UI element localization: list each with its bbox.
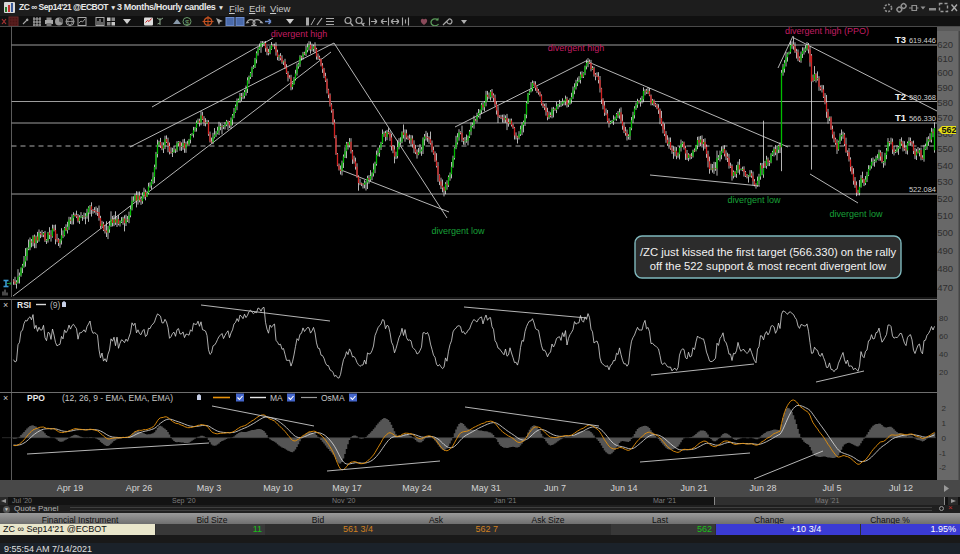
svg-text:off the 522 support & most rec: off the 522 support & most recent diverg… [650, 260, 887, 272]
svg-text:×: × [3, 300, 8, 310]
svg-text:Apr 19: Apr 19 [57, 483, 84, 493]
svg-text:OsMA: OsMA [321, 393, 345, 403]
svg-text:MA: MA [270, 393, 283, 403]
svg-text:522.084: 522.084 [909, 185, 936, 194]
svg-text:divergent low: divergent low [727, 195, 781, 205]
svg-text:Jun 7: Jun 7 [544, 483, 566, 493]
svg-text:490: 490 [937, 245, 953, 256]
svg-text:divergent high: divergent high [548, 43, 605, 53]
svg-text:(12, 26, 9 - EMA, EMA, EMA): (12, 26, 9 - EMA, EMA, EMA) [62, 393, 173, 403]
svg-text:580.368: 580.368 [909, 93, 936, 102]
svg-text:divergent high (PPO): divergent high (PPO) [785, 26, 869, 36]
svg-text:divergent low: divergent low [431, 226, 485, 236]
svg-text:566.330: 566.330 [909, 114, 936, 123]
svg-text:(9): (9) [50, 300, 61, 310]
svg-text:470: 470 [937, 282, 953, 293]
svg-text:May 17: May 17 [332, 483, 362, 493]
svg-text:60: 60 [939, 332, 948, 341]
svg-text:600: 600 [937, 67, 953, 78]
svg-text:Jul 12: Jul 12 [889, 483, 913, 493]
svg-text:-2: -2 [939, 463, 947, 472]
svg-text:Jun 21: Jun 21 [680, 483, 707, 493]
svg-text:520: 520 [937, 193, 953, 204]
svg-text:divergent low: divergent low [829, 209, 883, 219]
svg-text:510: 510 [937, 210, 953, 221]
svg-text:550: 550 [937, 143, 953, 154]
svg-text:500: 500 [937, 227, 953, 238]
svg-text:/ZC just kissed the first targ: /ZC just kissed the first target (566.33… [640, 246, 897, 258]
svg-text:T2: T2 [895, 91, 906, 102]
svg-text:620: 620 [937, 39, 953, 50]
svg-text:480: 480 [937, 263, 953, 274]
svg-text:RSI: RSI [17, 300, 31, 310]
svg-text:May 10: May 10 [263, 483, 293, 493]
svg-text:May 31: May 31 [471, 483, 501, 493]
svg-text:Jun 28: Jun 28 [749, 483, 776, 493]
svg-text:divergent high: divergent high [271, 29, 328, 39]
svg-text:20: 20 [939, 368, 948, 377]
svg-text:Apr 26: Apr 26 [126, 483, 153, 493]
svg-text:May 24: May 24 [402, 483, 432, 493]
svg-text:T3: T3 [895, 34, 906, 45]
svg-text:×: × [3, 393, 8, 403]
svg-text:40: 40 [939, 350, 948, 359]
svg-text:540: 540 [937, 160, 953, 171]
svg-text:530: 530 [937, 176, 953, 187]
svg-text:Jul 5: Jul 5 [822, 483, 841, 493]
svg-text:80: 80 [939, 314, 948, 323]
svg-text:-1: -1 [939, 449, 947, 458]
svg-text:PPO: PPO [27, 393, 45, 403]
svg-text:May 3: May 3 [197, 483, 222, 493]
svg-text:0: 0 [942, 434, 947, 443]
svg-text:610: 610 [937, 53, 953, 64]
svg-text:590: 590 [937, 82, 953, 93]
svg-text:1: 1 [942, 419, 947, 428]
svg-text:570: 570 [937, 112, 953, 123]
svg-text:Jun 14: Jun 14 [610, 483, 637, 493]
svg-text:2: 2 [942, 404, 947, 413]
svg-text:580: 580 [937, 97, 953, 108]
svg-text:562: 562 [941, 125, 956, 135]
svg-text:619.446: 619.446 [909, 36, 936, 45]
svg-text:T1: T1 [895, 112, 907, 123]
